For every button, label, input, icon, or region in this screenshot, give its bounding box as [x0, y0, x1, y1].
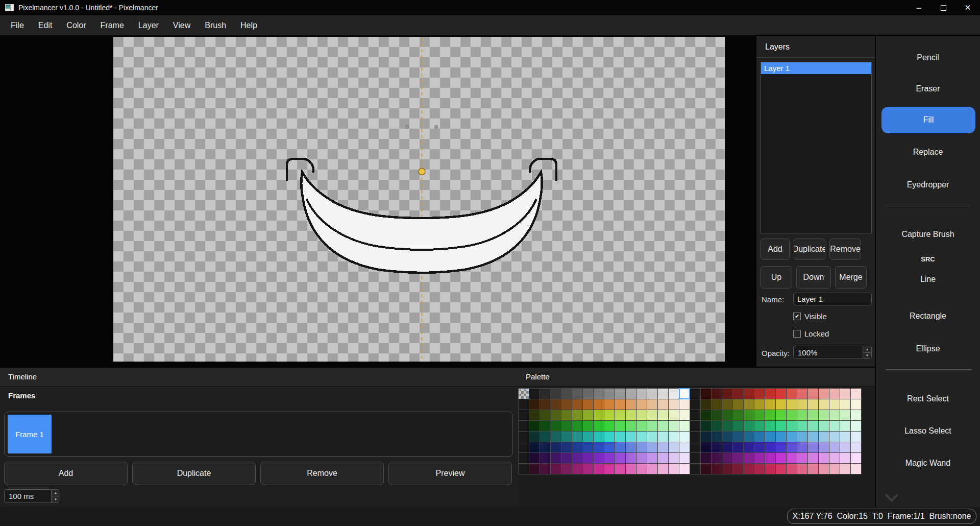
palette-swatch-r4-c28[interactable] — [819, 432, 829, 442]
palette-swatch-r0-c10[interactable] — [626, 389, 636, 399]
palette-swatch-r2-c28[interactable] — [819, 410, 829, 420]
palette-swatch-r5-c23[interactable] — [765, 442, 775, 452]
palette-swatch-r2-c27[interactable] — [808, 410, 818, 420]
palette-swatch-r0-c16[interactable] — [690, 389, 700, 399]
palette-swatch-r4-c4[interactable] — [561, 432, 572, 442]
timeline-duplicate-button[interactable]: Duplicate — [132, 462, 256, 485]
palette-swatch-r0-c18[interactable] — [712, 389, 722, 399]
palette-swatch-r3-c22[interactable] — [754, 421, 765, 431]
layer-down-button[interactable]: Down — [796, 266, 831, 289]
palette-swatch-transparent[interactable] — [519, 389, 529, 399]
visible-checkbox[interactable]: ✔ — [793, 313, 801, 320]
palette-swatch-r0-c8[interactable] — [604, 389, 615, 399]
palette-swatch-r1-c19[interactable] — [722, 399, 732, 410]
layer-duplicate-button[interactable]: Duplicate — [794, 238, 825, 260]
palette-swatch-r3-c26[interactable] — [797, 421, 807, 431]
layer-remove-button[interactable]: Remove — [829, 238, 861, 260]
palette-swatch-r6-c20[interactable] — [733, 453, 743, 463]
palette-swatch-r3-c17[interactable] — [701, 421, 711, 431]
palette-swatch-r1-c26[interactable] — [797, 399, 807, 410]
palette-swatch-r6-c22[interactable] — [754, 453, 765, 463]
palette-swatch-r0-c21[interactable] — [744, 389, 754, 399]
scroll-down-chevron-icon[interactable] — [887, 490, 898, 501]
palette-swatch-r5-c12[interactable] — [647, 442, 657, 452]
palette-swatch-r6-c25[interactable] — [787, 453, 797, 463]
palette-swatch-r4-c7[interactable] — [594, 432, 604, 442]
palette-swatch-r0-c27[interactable] — [808, 389, 818, 399]
palette-swatch-r6-c24[interactable] — [776, 453, 786, 463]
palette-swatch-r1-c3[interactable] — [551, 399, 561, 410]
palette-swatch-r0-c7[interactable] — [594, 389, 604, 399]
palette-swatch-r2-c29[interactable] — [829, 410, 840, 420]
palette-swatch-r5-c22[interactable] — [754, 442, 765, 452]
spin-down-icon[interactable]: ▼ — [52, 496, 60, 503]
palette-swatch-r6-c4[interactable] — [561, 453, 572, 463]
palette-swatch-r5-c20[interactable] — [733, 442, 743, 452]
palette-swatch-r4-c22[interactable] — [754, 432, 765, 442]
palette-swatch-r7-c13[interactable] — [658, 464, 668, 474]
palette-swatch-r3-c21[interactable] — [744, 421, 754, 431]
palette-swatch-r1-c6[interactable] — [583, 399, 593, 410]
palette-swatch-r0-c3[interactable] — [551, 389, 561, 399]
menu-item-frame[interactable]: Frame — [93, 15, 131, 35]
spin-up-icon[interactable]: ▲ — [863, 346, 871, 353]
palette-swatch-r4-c8[interactable] — [604, 432, 615, 442]
palette-swatch-r6-c14[interactable] — [669, 453, 679, 463]
palette-swatch-r1-c29[interactable] — [829, 399, 840, 410]
menu-item-layer[interactable]: Layer — [131, 15, 166, 35]
palette-swatch-r6-c30[interactable] — [840, 453, 850, 463]
palette-swatch-r4-c16[interactable] — [690, 432, 700, 442]
palette-swatch-r4-c17[interactable] — [701, 432, 711, 442]
palette-swatch-r1-c10[interactable] — [626, 399, 636, 410]
palette-swatch-r1-c31[interactable] — [851, 399, 861, 410]
palette-swatch-r2-c24[interactable] — [776, 410, 786, 420]
palette-swatch-r2-c14[interactable] — [669, 410, 679, 420]
palette-swatch-r3-c25[interactable] — [787, 421, 797, 431]
palette-swatch-r1-c2[interactable] — [540, 399, 550, 410]
palette-swatch-r7-c18[interactable] — [712, 464, 722, 474]
palette-swatch-r6-c0[interactable] — [519, 453, 529, 463]
palette-swatch-r3-c9[interactable] — [615, 421, 625, 431]
palette-swatch-r7-c8[interactable] — [604, 464, 615, 474]
palette-swatch-r3-c6[interactable] — [583, 421, 593, 431]
palette-swatch-r7-c10[interactable] — [626, 464, 636, 474]
palette-swatch-r4-c31[interactable] — [851, 432, 861, 442]
palette-swatch-r5-c25[interactable] — [787, 442, 797, 452]
locked-checkline[interactable]: Locked — [793, 329, 829, 338]
palette-swatch-r3-c13[interactable] — [658, 421, 668, 431]
palette-swatch-r3-c7[interactable] — [594, 421, 604, 431]
palette-swatch-r1-c30[interactable] — [840, 399, 850, 410]
tool-capture-brush[interactable]: Capture Brush — [876, 228, 980, 241]
palette-swatch-r4-c11[interactable] — [636, 432, 647, 442]
tool-replace[interactable]: Replace — [876, 146, 980, 159]
palette-swatch-r5-c31[interactable] — [851, 442, 861, 452]
palette-swatch-r4-c18[interactable] — [712, 432, 722, 442]
palette-swatch-r6-c6[interactable] — [583, 453, 593, 463]
palette-swatch-r6-c5[interactable] — [572, 453, 582, 463]
palette-swatch-r4-c26[interactable] — [797, 432, 807, 442]
palette-swatch-r1-c1[interactable] — [529, 399, 540, 410]
palette-swatch-r1-c18[interactable] — [712, 399, 722, 410]
tool-rect-select[interactable]: Rect Select — [876, 392, 980, 405]
palette-swatch-r1-c20[interactable] — [733, 399, 743, 410]
canvas-viewport[interactable] — [0, 36, 755, 367]
palette-swatch-r7-c28[interactable] — [819, 464, 829, 474]
palette-swatch-r5-c13[interactable] — [658, 442, 668, 452]
palette-swatch-r3-c23[interactable] — [765, 421, 775, 431]
palette-swatch-r5-c19[interactable] — [722, 442, 732, 452]
palette-swatch-r6-c17[interactable] — [701, 453, 711, 463]
palette-swatch-r7-c20[interactable] — [733, 464, 743, 474]
palette-swatch-r5-c8[interactable] — [604, 442, 615, 452]
palette-swatch-r7-c30[interactable] — [840, 464, 850, 474]
palette-swatch-r1-c5[interactable] — [572, 399, 582, 410]
palette-swatch-r6-c7[interactable] — [594, 453, 604, 463]
palette-swatch-r1-c27[interactable] — [808, 399, 818, 410]
layer-row[interactable]: Layer 1 — [761, 62, 871, 74]
palette-swatch-r7-c27[interactable] — [808, 464, 818, 474]
palette-swatch-r5-c30[interactable] — [840, 442, 850, 452]
palette-swatch-r3-c24[interactable] — [776, 421, 786, 431]
palette-swatch-r5-c24[interactable] — [776, 442, 786, 452]
palette-swatch-r4-c9[interactable] — [615, 432, 625, 442]
palette-swatch-r4-c14[interactable] — [669, 432, 679, 442]
palette-swatch-r6-c9[interactable] — [615, 453, 625, 463]
